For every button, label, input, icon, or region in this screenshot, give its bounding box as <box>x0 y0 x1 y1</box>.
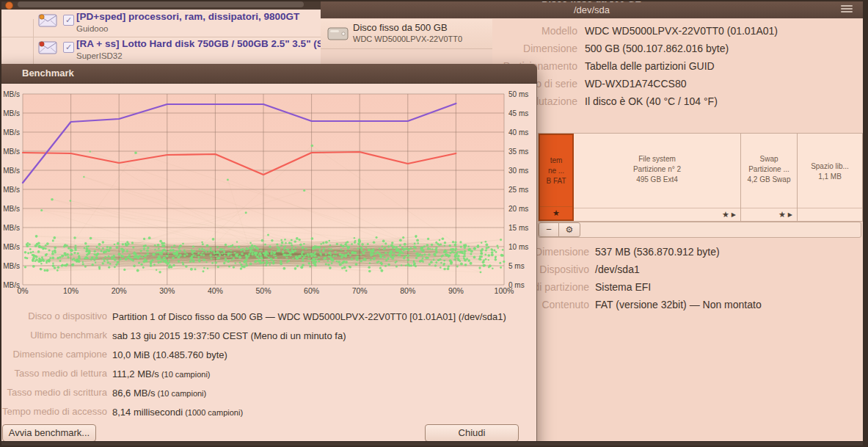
svg-text:52 MB/s: 52 MB/s <box>0 205 20 213</box>
close-button[interactable]: Chiudi <box>425 424 519 442</box>
detail-label: Tempo medio di accesso <box>0 402 107 421</box>
star-icon: ★ <box>722 210 729 219</box>
svg-text:100%: 100% <box>495 286 514 295</box>
detail-note: (10 campioni) <box>159 370 211 379</box>
disks-titlebar: Disco fisso da 500 GB /dev/sda <box>321 0 863 19</box>
star-icon: ★ <box>778 210 786 219</box>
svg-text:50%: 50% <box>255 286 271 295</box>
partition-diagram: temne ...B FAT★File systemPartizione n° … <box>538 133 863 222</box>
thread-read-checkbox[interactable]: ✓ <box>63 15 74 26</box>
volume-info-row: Tipo di partizioneSistema EFI <box>492 278 863 296</box>
detail-label: Tasso medio di lettura <box>0 364 107 383</box>
benchmark-detail-row: Ultimo benchmarksab 13 giu 2015 19:37:50… <box>0 326 536 345</box>
detail-value: 10,0 MiB (10.485.760 byte) <box>112 349 227 360</box>
svg-text:20 ms: 20 ms <box>508 205 528 213</box>
forum-thread-list: ✓[PD+sped] processori, ram, dissipatori,… <box>0 10 321 70</box>
svg-text:40%: 40% <box>208 286 223 295</box>
delete-partition-button[interactable]: − <box>539 222 559 237</box>
envelope-icon <box>38 40 57 55</box>
address-bar[interactable] <box>18 1 304 7</box>
partition-flags: ★ ▶ <box>574 208 740 221</box>
bottom-panel <box>0 441 868 447</box>
svg-text:30%: 30% <box>159 286 175 295</box>
thread-row[interactable]: ✓[RA + ss] Lotto Hard disk 750GB / 500GB… <box>0 37 321 65</box>
svg-text:10 ms: 10 ms <box>508 243 528 251</box>
info-value: Tabella delle partizioni GUID <box>585 57 715 75</box>
info-value: WDC WD5000LPVX-22V0TT0 (01.01A01) <box>585 22 778 40</box>
partition-segment[interactable]: Spazio lib...1,1 MB <box>798 134 862 221</box>
benchmark-detail-row: Tempo medio di accesso8,14 millisecondi … <box>0 402 536 421</box>
svg-text:70%: 70% <box>352 286 368 295</box>
svg-text:104 MB/s: 104 MB/s <box>0 128 20 137</box>
partition-label: SwapPartizione ...4,2 GB Swap <box>741 154 797 185</box>
svg-text:78 MB/s: 78 MB/s <box>0 167 20 175</box>
start-benchmark-button[interactable]: Avvia benchmark... <box>2 424 96 442</box>
detail-value: Partition 1 of Disco fisso da 500 GB — W… <box>112 311 506 322</box>
benchmark-detail-row: Tasso medio di scrittura86,6 MB/s (10 ca… <box>0 383 536 402</box>
info-value: 500 GB (500.107.862.016 byte) <box>585 40 729 57</box>
detail-label: Dimensione campione <box>0 345 107 364</box>
svg-text:65 MB/s: 65 MB/s <box>0 186 20 194</box>
favicon-icon <box>5 1 13 10</box>
thread-read-checkbox[interactable]: ✓ <box>63 42 74 53</box>
detail-note: (1000 campioni) <box>183 408 243 417</box>
benchmark-titlebar: Benchmark <box>0 64 537 84</box>
svg-text:20%: 20% <box>112 286 127 295</box>
disk-info-row: Dimensione500 GB (500.107.862.016 byte) <box>492 40 863 57</box>
browser-window: ✓[PD+sped] processori, ram, dissipatori,… <box>0 0 321 70</box>
benchmark-detail-row: Tasso medio di lettura111,2 MB/s (10 cam… <box>0 364 536 383</box>
sidebar-item-disk[interactable]: Disco fisso da 500 GB WDC WD5000LPVX-22V… <box>321 19 492 49</box>
disk-info-row: Numero di serieWD-WXD1A74CCS80 <box>492 75 863 92</box>
sidebar-disk-name: Disco fisso da 500 GB <box>353 22 448 33</box>
detail-label: Ultimo benchmark <box>0 326 107 345</box>
disk-info-row: ValutazioneIl disco è OK (40 °C / 104 °F… <box>492 92 863 110</box>
partition-segment[interactable]: temne ...B FAT★ <box>539 134 574 221</box>
thread-author: SuperISD32 <box>76 51 123 60</box>
disk-info-row: ModelloWDC WD5000LPVX-22V0TT0 (01.01A01) <box>492 22 863 40</box>
thread-title-link[interactable]: [PD+sped] processori, ram, dissipatori, … <box>76 11 299 22</box>
svg-text:5 ms: 5 ms <box>508 262 525 270</box>
svg-text:25 ms: 25 ms <box>508 186 528 194</box>
benchmark-detail-row: Disco o dispositivoPartition 1 of Disco … <box>0 307 536 326</box>
svg-text:130 MB/s: 130 MB/s <box>0 90 20 98</box>
svg-text:90%: 90% <box>448 286 464 295</box>
envelope-icon <box>38 13 57 28</box>
info-label: Modello <box>492 22 577 40</box>
detail-value: 8,14 millisecondi (1000 campioni) <box>112 407 243 418</box>
volumes-toolbar: − ⚙ <box>538 222 861 238</box>
svg-text:91 MB/s: 91 MB/s <box>0 148 20 156</box>
svg-text:0%: 0% <box>17 286 28 295</box>
detail-value: sab 13 giu 2015 19:37:50 CEST (Meno di u… <box>112 330 346 341</box>
volume-info-row: Dimensione537 MB (536.870.912 byte) <box>492 243 863 261</box>
detail-value: 111,2 MB/s (10 campioni) <box>112 368 211 379</box>
svg-text:80%: 80% <box>400 286 415 295</box>
partition-segment[interactable]: SwapPartizione ...4,2 GB Swap★ ▶ <box>741 134 798 221</box>
svg-text:50 ms: 50 ms <box>508 90 528 98</box>
play-icon: ▶ <box>788 211 792 218</box>
svg-text:60%: 60% <box>304 286 319 295</box>
benchmark-detail-row: Dimensione campione10,0 MiB (10.485.760 … <box>0 345 536 364</box>
svg-text:117 MB/s: 117 MB/s <box>0 109 20 117</box>
svg-text:40 ms: 40 ms <box>508 128 528 137</box>
benchmark-details: Disco o dispositivoPartition 1 of Disco … <box>0 307 536 421</box>
partition-flags: ★ <box>540 206 572 219</box>
detail-label: Disco o dispositivo <box>0 307 107 326</box>
hard-disk-icon <box>327 25 349 46</box>
svg-text:26 MB/s: 26 MB/s <box>0 243 20 251</box>
menu-icon[interactable] <box>841 5 853 14</box>
info-value: Il disco è OK (40 °C / 104 °F) <box>585 92 718 110</box>
play-icon: ▶ <box>732 211 736 218</box>
svg-text:30 ms: 30 ms <box>508 167 528 175</box>
thread-author: Guidooo <box>76 24 108 33</box>
partition-label: temne ...B FAT <box>540 156 572 186</box>
dialog-title: Benchmark <box>22 68 74 79</box>
partition-segment[interactable]: File systemPartizione n° 2495 GB Ext4★ ▶ <box>574 134 741 221</box>
partition-flags <box>798 208 862 221</box>
info-value: FAT (versione 32bit) — Non montato <box>595 296 762 313</box>
thread-title-link[interactable]: [RA + ss] Lotto Hard disk 750GB / 500GB … <box>76 38 321 49</box>
partition-options-button[interactable]: ⚙ <box>558 222 580 237</box>
svg-text:35 ms: 35 ms <box>508 148 528 156</box>
detail-label: Tasso medio di scrittura <box>0 383 107 402</box>
benchmark-chart: 130 MB/s117 MB/s104 MB/s91 MB/s78 MB/s65… <box>0 84 536 297</box>
thread-row[interactable]: ✓[PD+sped] processori, ram, dissipatori,… <box>0 10 321 37</box>
